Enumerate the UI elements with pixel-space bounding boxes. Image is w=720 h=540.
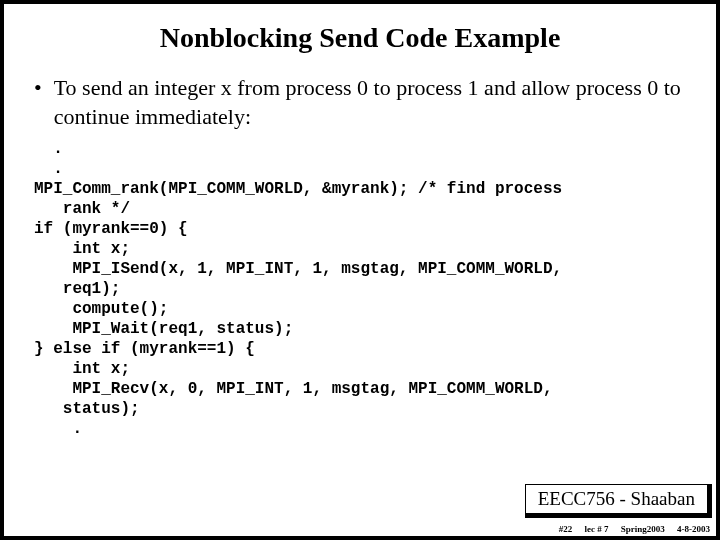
footer-term: Spring2003 [621,524,665,534]
footer-slide-num: #22 [559,524,573,534]
footer-meta: #22 lec # 7 Spring2003 4-8-2003 [549,524,710,534]
slide-container: Nonblocking Send Code Example • To send … [0,0,720,540]
footer-date: 4-8-2003 [677,524,710,534]
code-block: . . MPI_Comm_rank(MPI_COMM_WORLD, &myran… [32,139,688,439]
slide-title: Nonblocking Send Code Example [32,22,688,54]
bullet-text: To send an integer x from process 0 to p… [54,74,688,131]
footer-lec: lec # 7 [584,524,608,534]
bullet-marker: • [34,74,42,131]
footer-course: EECC756 - Shaaban [538,488,695,509]
bullet-item: • To send an integer x from process 0 to… [32,74,688,131]
footer-course-box: EECC756 - Shaaban [525,484,712,518]
